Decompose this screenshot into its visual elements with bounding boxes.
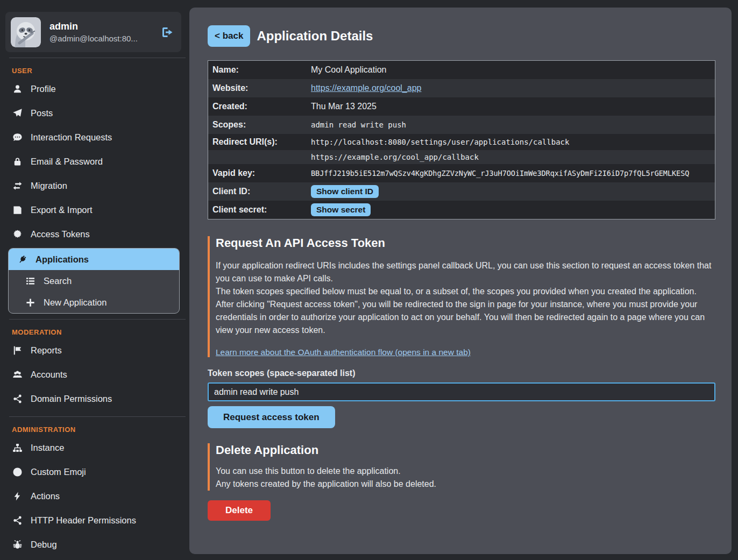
floppy-disk-icon <box>12 205 23 215</box>
sidebar-item-label: Access Tokens <box>31 229 90 239</box>
bolt-icon <box>12 491 23 501</box>
sidebar-item-label: Instance <box>31 443 64 453</box>
user-card: admin @admin@localhost:80... <box>5 12 181 52</box>
name-value: My Cool Application <box>311 65 715 75</box>
vapid-key-value: BBJffJ219b5iE512m7wQSzv4KgKDhgZZVzNyWC_r… <box>311 169 715 178</box>
section-header-user: USER <box>12 67 186 75</box>
avatar <box>11 17 41 47</box>
request-token-description: If your application redirect URIs includ… <box>216 259 715 337</box>
delete-button[interactable]: Delete <box>208 500 271 521</box>
sidebar-item-label: Custom Emoji <box>31 467 86 477</box>
paper-plane-icon <box>12 108 23 118</box>
website-link[interactable]: https://example.org/cool_app <box>311 83 421 93</box>
sidebar-item-applications[interactable]: Applications <box>9 249 179 270</box>
table-row-client-secret: Client secret: Show secret <box>208 201 715 219</box>
sidebar-item-label: Debug <box>31 540 57 550</box>
delete-application-section: Delete Application You can use this butt… <box>208 443 715 491</box>
sidebar-item-label: Posts <box>31 108 53 118</box>
sidebar-item-accounts[interactable]: Accounts <box>0 363 186 387</box>
token-scopes-label: Token scopes (space-separated list) <box>208 368 715 378</box>
sidebar-item-export-import[interactable]: Export & Import <box>0 198 186 222</box>
redirect-uri-2: https://example.org/cool_app/callback <box>311 153 715 161</box>
sidebar-item-label: Export & Import <box>31 205 93 215</box>
table-row-redirect-uri-2: https://example.org/cool_app/callback <box>208 150 715 164</box>
show-client-id-button[interactable]: Show client ID <box>311 185 379 198</box>
smile-icon <box>12 467 23 477</box>
delete-application-description: You can use this button to delete the ap… <box>216 465 715 491</box>
sidebar-item-label: Actions <box>31 491 60 501</box>
table-row-redirect-uri-1: Redirect URI(s): http://localhost:8080/s… <box>208 134 715 150</box>
sidebar-item-access-tokens[interactable]: Access Tokens <box>0 222 186 246</box>
sitemap-icon <box>12 443 23 453</box>
show-secret-button[interactable]: Show secret <box>311 203 371 216</box>
certificate-icon <box>12 229 23 239</box>
request-token-heading: Request An API Access Token <box>216 236 715 250</box>
sidebar: admin @admin@localhost:80... USER Profil… <box>0 0 186 560</box>
exchange-icon <box>12 181 23 191</box>
application-details-table: Name: My Cool Application Website: https… <box>208 60 715 219</box>
page-title: Application Details <box>257 29 373 44</box>
section-header-administration: ADMINISTRATION <box>12 426 186 434</box>
sidebar-item-instance[interactable]: Instance <box>0 436 186 460</box>
table-row-name: Name: My Cool Application <box>208 61 715 79</box>
plug-icon <box>17 254 27 265</box>
user-meta: admin @admin@localhost:80... <box>49 21 161 43</box>
list-icon <box>25 276 36 286</box>
request-access-token-button[interactable]: Request access token <box>208 406 335 428</box>
sidebar-item-new-application[interactable]: New Application <box>9 292 179 313</box>
sidebar-nav: Profile Posts Interaction Requests Email… <box>0 77 186 314</box>
sidebar-item-applications-search[interactable]: Search <box>9 270 179 292</box>
table-row-website: Website: https://example.org/cool_app <box>208 79 715 97</box>
application-details-panel: < back Application Details Name: My Cool… <box>189 8 732 554</box>
divider <box>9 416 186 417</box>
comment-dots-icon <box>12 132 23 143</box>
sidebar-item-domain-permissions[interactable]: Domain Permissions <box>0 387 186 411</box>
page-header: < back Application Details <box>208 25 715 47</box>
section-header-moderation: MODERATION <box>12 328 186 336</box>
share-nodes-icon <box>12 394 23 404</box>
sidebar-item-label: Reports <box>31 345 62 356</box>
sidebar-item-label: Email & Password <box>31 157 103 167</box>
sidebar-item-label: Search <box>44 276 72 286</box>
sidebar-item-label: Applications <box>36 254 89 265</box>
sidebar-item-http-header-permissions[interactable]: HTTP Header Permissions <box>0 508 186 533</box>
sidebar-item-migration[interactable]: Migration <box>0 174 186 198</box>
username: admin <box>49 21 161 32</box>
share-nodes-icon <box>12 515 23 526</box>
table-row-vapid-key: Vapid key: BBJffJ219b5iE512m7wQSzv4KgKDh… <box>208 164 715 182</box>
main-area: < back Application Details Name: My Cool… <box>186 0 738 560</box>
sidebar-item-email-password[interactable]: Email & Password <box>0 150 186 174</box>
delete-application-heading: Delete Application <box>216 443 715 457</box>
users-icon <box>12 370 23 380</box>
plus-icon <box>25 297 36 308</box>
table-row-created: Created: Thu Mar 13 2025 <box>208 97 715 116</box>
table-row-client-id: Client ID: Show client ID <box>208 182 715 201</box>
sidebar-nav-administration: Instance Custom Emoji Actions HTTP Heade… <box>0 436 186 557</box>
flag-icon <box>12 345 23 356</box>
table-row-scopes: Scopes: admin read write push <box>208 116 715 134</box>
applications-group: Applications Search New Application <box>8 248 180 314</box>
divider <box>9 58 186 58</box>
sidebar-item-label: Migration <box>31 181 67 191</box>
sidebar-item-label: New Application <box>44 297 107 308</box>
created-value: Thu Mar 13 2025 <box>311 102 715 111</box>
lock-icon <box>12 157 23 167</box>
sidebar-item-label: Domain Permissions <box>31 394 112 404</box>
sidebar-item-debug[interactable]: Debug <box>0 533 186 557</box>
bug-icon <box>12 540 23 550</box>
sidebar-item-custom-emoji[interactable]: Custom Emoji <box>0 460 186 484</box>
oauth-docs-link[interactable]: Learn more about the OAuth authenticatio… <box>216 348 471 357</box>
sidebar-item-posts[interactable]: Posts <box>0 101 186 125</box>
redirect-uri-1: http://localhost:8080/settings/user/appl… <box>311 138 715 146</box>
back-button[interactable]: < back <box>208 25 250 47</box>
sidebar-item-actions[interactable]: Actions <box>0 484 186 508</box>
sidebar-item-reports[interactable]: Reports <box>0 338 186 363</box>
sidebar-item-profile[interactable]: Profile <box>0 77 186 101</box>
sidebar-item-label: Profile <box>31 84 56 94</box>
user-handle: @admin@localhost:80... <box>49 34 161 43</box>
sidebar-item-label: HTTP Header Permissions <box>31 515 136 526</box>
sidebar-item-interaction-requests[interactable]: Interaction Requests <box>0 125 186 150</box>
sidebar-item-label: Accounts <box>31 370 67 380</box>
token-scopes-input[interactable] <box>208 382 715 401</box>
sign-out-icon[interactable] <box>161 26 174 39</box>
